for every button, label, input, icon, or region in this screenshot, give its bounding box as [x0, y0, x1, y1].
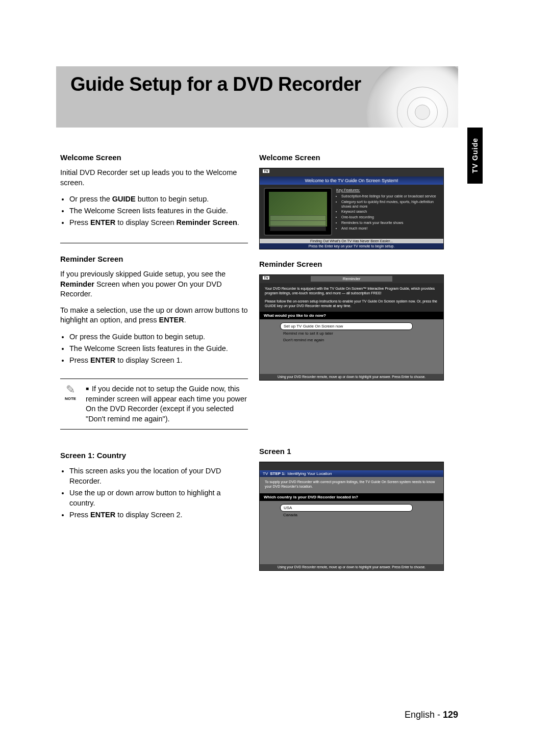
welcome-section: Welcome Screen Initial DVD Recorder set …: [60, 153, 248, 228]
screen1-section: Screen 1: Country This screen asks you t…: [60, 451, 248, 520]
reminder-footer: Using your DVD Recorder remote, move up …: [260, 374, 443, 380]
welcome-screenshot: TV Welcome to the TV Guide On Screen Sys…: [259, 168, 444, 249]
kf-item: Keyword search: [341, 210, 439, 214]
kf-item: One-touch recording: [341, 215, 439, 220]
reminder-option-selected[interactable]: Set up TV Guide On Screen now: [280, 322, 413, 330]
reminder-p2: To make a selection, use the up or down …: [60, 306, 248, 325]
reminder-p1: If you previously skipped Guide setup, y…: [60, 269, 248, 299]
reminder-section: Reminder Screen If you previously skippe…: [60, 255, 248, 365]
reminder-bullet-1: Or press the Guide button to begin setup…: [69, 332, 248, 342]
manual-page: Guide Setup for a DVD Recorder TV Guide …: [0, 0, 551, 756]
disc-graphic: [366, 66, 458, 128]
screen1-bullet-3: Press ENTER to display Screen 2.: [69, 510, 248, 520]
section-tab: TV Guide: [467, 128, 483, 184]
screenshot-header: TV Reminder: [260, 275, 443, 283]
note-icon: ✎ NOTE: [60, 384, 81, 424]
welcome-body: Key Features: Subscription-free listings…: [260, 185, 443, 239]
screen1-options: USA Canada: [260, 501, 443, 564]
welcome-shot-heading: Welcome Screen: [259, 153, 448, 162]
screen1-screenshot: TV STEP 1: Identifying Your Location To …: [259, 462, 444, 571]
step-bar: TV STEP 1: Identifying Your Location: [260, 470, 443, 477]
reminder-title: Reminder: [311, 276, 392, 282]
welcome-banner-text: Welcome to the TV Guide On Screen System…: [260, 177, 443, 185]
left-column: Welcome Screen Initial DVD Recorder set …: [60, 153, 248, 526]
screen1-heading: Screen 1: Country: [60, 451, 248, 460]
welcome-bullet-3: Press ENTER to display Screen Reminder S…: [69, 217, 248, 228]
kf-item: And much more!: [341, 226, 439, 231]
screen1-bullet-1: This screen asks you the location of you…: [69, 466, 248, 486]
reminder-options: Set up TV Guide On Screen now Remind me …: [260, 319, 443, 374]
kf-item: Reminders to mark your favorite shows: [341, 221, 439, 225]
welcome-foot-2: Press the Enter key on your TV remote to…: [260, 243, 443, 249]
welcome-intro: Initial DVD Recorder set up leads you to…: [60, 168, 248, 188]
right-column: Welcome Screen TV Welcome to the TV Guid…: [259, 153, 448, 573]
key-features-title: Key Features:: [336, 188, 439, 192]
reminder-heading: Reminder Screen: [60, 255, 248, 263]
kf-item: Category sort to quickly find movies, sp…: [341, 200, 439, 209]
reminder-bullet-3: Press ENTER to display Screen 1.: [69, 355, 248, 365]
section-tab-label: TV Guide: [471, 138, 479, 173]
tv-preview-icon: [264, 188, 332, 236]
tvguide-logo-icon: TV: [263, 169, 269, 173]
step-label: STEP 1:: [270, 471, 285, 476]
screen1-bullet-2: Use the up or down arrow button to highl…: [69, 488, 248, 508]
key-features: Key Features: Subscription-free listings…: [336, 188, 439, 236]
country-option-selected[interactable]: USA: [280, 504, 413, 512]
screen1-shot-heading: Screen 1: [259, 447, 448, 456]
step-title: Identifying Your Location: [287, 471, 332, 476]
screenshot-header: [260, 462, 443, 470]
reminder-screenshot: TV Reminder Your DVD Recorder is equippe…: [259, 274, 444, 381]
reminder-bullet-2: The Welcome Screen lists features in the…: [69, 343, 248, 354]
reminder-option[interactable]: Remind me to set it up later: [280, 330, 413, 337]
welcome-bullet-2: The Welcome Screen lists features in the…: [69, 206, 248, 216]
page-title: Guide Setup for a DVD Recorder: [70, 73, 361, 95]
note-box: ✎ NOTE ■If you decide not to setup the G…: [60, 379, 248, 430]
screen1-footer: Using your DVD Recorder remote, move up …: [260, 564, 443, 570]
welcome-bullet-1: Or press the GUIDE button to begin setup…: [69, 194, 248, 204]
reminder-question: What would you like to do now?: [260, 312, 443, 319]
kf-item: Subscription-free listings for your cabl…: [341, 194, 439, 199]
page-footer: English - 129: [405, 710, 458, 720]
note-text: ■If you decide not to setup the Guide no…: [86, 384, 248, 424]
reminder-text-2: Please follow the on-screen setup instru…: [265, 299, 438, 309]
welcome-bullets: Or press the GUIDE button to begin setup…: [60, 194, 248, 228]
reminder-body: Your DVD Recorder is equipped with the T…: [260, 283, 443, 310]
tvguide-logo-icon: TV: [263, 471, 268, 476]
footer-lang: English -: [405, 710, 443, 720]
reminder-shot-heading: Reminder Screen: [259, 260, 448, 268]
reminder-bullets: Or press the Guide button to begin setup…: [60, 332, 248, 365]
screen1-intro: To supply your DVD Recorder with correct…: [260, 477, 443, 491]
reminder-text-1: Your DVD Recorder is equipped with the T…: [265, 286, 438, 296]
key-features-list: Subscription-free listings for your cabl…: [336, 194, 439, 231]
page-number: 129: [443, 710, 458, 720]
welcome-heading: Welcome Screen: [60, 153, 248, 162]
screenshot-header: TV: [260, 168, 443, 177]
welcome-foot-1: Finding Out What's On TV Has Never Been …: [260, 239, 443, 243]
screen1-question: Which country is your DVD Recorder locat…: [260, 493, 443, 501]
country-option[interactable]: Canada: [280, 512, 413, 518]
reminder-option[interactable]: Don't remind me again: [280, 337, 413, 343]
divider: [60, 243, 248, 243]
page-banner: Guide Setup for a DVD Recorder: [56, 66, 458, 128]
tvguide-logo-icon: TV: [263, 276, 269, 280]
screen1-bullets: This screen asks you the location of you…: [60, 466, 248, 520]
screen1-body: To supply your DVD Recorder with correct…: [260, 477, 443, 570]
